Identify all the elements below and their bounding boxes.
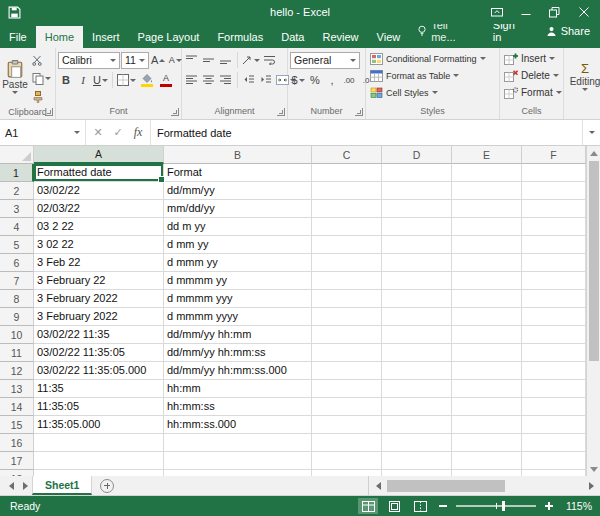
zoom-slider[interactable]	[456, 505, 536, 507]
cell-B3[interactable]: mm/dd/yy	[164, 200, 312, 218]
cut-button[interactable]	[30, 52, 53, 69]
increase-indent-button[interactable]	[258, 72, 274, 89]
cell-B1[interactable]: Format	[164, 164, 312, 182]
copy-button[interactable]	[30, 70, 53, 87]
hscroll-right-button[interactable]	[584, 478, 598, 494]
cell-C3[interactable]	[312, 200, 382, 218]
row-header-1[interactable]: 1	[0, 164, 34, 182]
horizontal-scroll-thumb[interactable]	[387, 480, 505, 492]
cell-B15[interactable]: hh:mm:ss.000	[164, 416, 312, 434]
cell-C1[interactable]	[312, 164, 382, 182]
cell-D12[interactable]	[382, 362, 452, 380]
cell-B5[interactable]: d mm yy	[164, 236, 312, 254]
cell-D6[interactable]	[382, 254, 452, 272]
cell-C4[interactable]	[312, 218, 382, 236]
cell-B6[interactable]: d mmm yy	[164, 254, 312, 272]
underline-button[interactable]: U	[92, 72, 109, 89]
cell-E14[interactable]	[452, 398, 522, 416]
cell-D5[interactable]	[382, 236, 452, 254]
cell-C12[interactable]	[312, 362, 382, 380]
wrap-text-button[interactable]	[262, 52, 278, 69]
align-right-button[interactable]	[218, 72, 234, 89]
cell-F14[interactable]	[522, 398, 586, 416]
cell-C5[interactable]	[312, 236, 382, 254]
cell-B8[interactable]: d mmmm yyy	[164, 290, 312, 308]
cell-D8[interactable]	[382, 290, 452, 308]
decrease-font-size-button[interactable]: A	[167, 52, 183, 69]
cell-C16[interactable]	[312, 434, 382, 452]
cell-A17[interactable]	[34, 452, 164, 470]
cell-F8[interactable]	[522, 290, 586, 308]
cell-E12[interactable]	[452, 362, 522, 380]
cell-C15[interactable]	[312, 416, 382, 434]
borders-button[interactable]	[116, 72, 137, 89]
cell-C6[interactable]	[312, 254, 382, 272]
cell-D16[interactable]	[382, 434, 452, 452]
column-header-A[interactable]: A	[34, 146, 164, 164]
cell-A2[interactable]: 03/02/22	[34, 182, 164, 200]
cell-B16[interactable]	[164, 434, 312, 452]
cell-A8[interactable]: 3 February 2022	[34, 290, 164, 308]
cell-D13[interactable]	[382, 380, 452, 398]
cell-E3[interactable]	[452, 200, 522, 218]
cancel-button[interactable]: ✕	[88, 123, 108, 143]
font-color-button[interactable]: A	[157, 72, 175, 89]
minimize-button[interactable]	[511, 0, 540, 24]
cell-E7[interactable]	[452, 272, 522, 290]
cell-E9[interactable]	[452, 308, 522, 326]
number-format-combo[interactable]: General	[290, 52, 360, 69]
cell-A10[interactable]: 03/02/22 11:35	[34, 326, 164, 344]
select-all-button[interactable]	[0, 146, 34, 164]
cell-F17[interactable]	[522, 452, 586, 470]
cell-D11[interactable]	[382, 344, 452, 362]
cell-E8[interactable]	[452, 290, 522, 308]
row-header-5[interactable]: 5	[0, 236, 34, 254]
cell-F4[interactable]	[522, 218, 586, 236]
row-header-12[interactable]: 12	[0, 362, 34, 380]
cell-D3[interactable]	[382, 200, 452, 218]
italic-button[interactable]: I	[75, 72, 91, 89]
fill-color-button[interactable]	[138, 72, 156, 89]
cell-A5[interactable]: 3 02 22	[34, 236, 164, 254]
cell-B7[interactable]: d mmmm yy	[164, 272, 312, 290]
formula-bar-expand-button[interactable]	[582, 120, 600, 145]
accounting-format-button[interactable]: $	[290, 72, 306, 89]
cell-E5[interactable]	[452, 236, 522, 254]
sheet-nav-right-button[interactable]	[18, 478, 32, 494]
hscroll-left-button[interactable]	[371, 478, 385, 494]
cell-E2[interactable]	[452, 182, 522, 200]
row-header-17[interactable]: 17	[0, 452, 34, 470]
row-header-15[interactable]: 15	[0, 416, 34, 434]
cell-F1[interactable]	[522, 164, 586, 182]
cell-A12[interactable]: 03/02/22 11:35:05.000	[34, 362, 164, 380]
row-header-13[interactable]: 13	[0, 380, 34, 398]
cell-B11[interactable]: dd/mm/yy hh:mm:ss	[164, 344, 312, 362]
align-center-button[interactable]	[201, 72, 217, 89]
tab-formulas[interactable]: Formulas	[208, 26, 272, 48]
zoom-in-button[interactable]	[542, 499, 556, 513]
horizontal-scrollbar[interactable]	[368, 476, 600, 495]
row-header-11[interactable]: 11	[0, 344, 34, 362]
row-header-14[interactable]: 14	[0, 398, 34, 416]
cell-F7[interactable]	[522, 272, 586, 290]
cell-F2[interactable]	[522, 182, 586, 200]
page-break-preview-button[interactable]	[410, 498, 430, 514]
cell-A7[interactable]: 3 February 22	[34, 272, 164, 290]
cell-E16[interactable]	[452, 434, 522, 452]
cell-E15[interactable]	[452, 416, 522, 434]
cell-A14[interactable]: 11:35:05	[34, 398, 164, 416]
cell-B17[interactable]	[164, 452, 312, 470]
align-top-button[interactable]	[184, 52, 200, 69]
cell-E17[interactable]	[452, 452, 522, 470]
enter-button[interactable]: ✓	[108, 123, 128, 143]
cell-D17[interactable]	[382, 452, 452, 470]
cell-F5[interactable]	[522, 236, 586, 254]
cell-C8[interactable]	[312, 290, 382, 308]
cell-C13[interactable]	[312, 380, 382, 398]
cell-A15[interactable]: 11:35:05.000	[34, 416, 164, 434]
align-bottom-button[interactable]	[218, 52, 234, 69]
tab-insert[interactable]: Insert	[83, 26, 129, 48]
cell-C14[interactable]	[312, 398, 382, 416]
restore-button[interactable]	[540, 0, 569, 24]
cell-A6[interactable]: 3 Feb 22	[34, 254, 164, 272]
